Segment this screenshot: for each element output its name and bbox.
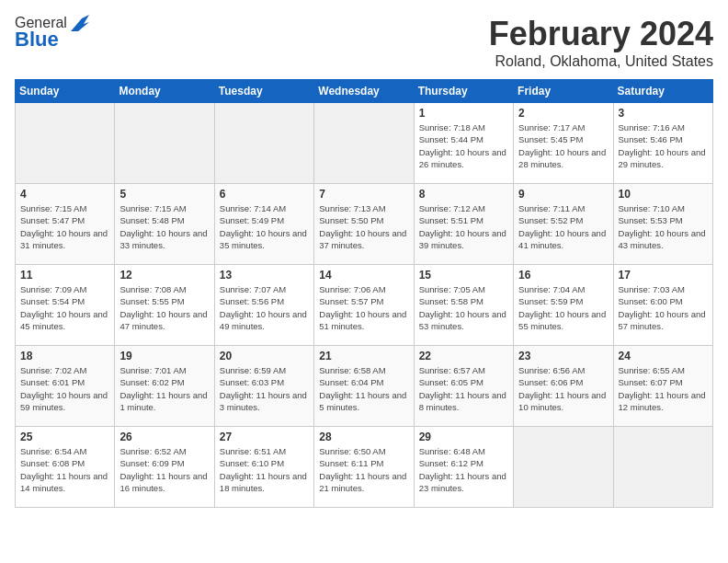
day-number: 27 [220,431,309,443]
day-number: 2 [518,107,608,120]
calendar-cell: 17Sunrise: 7:03 AM Sunset: 6:00 PM Dayli… [613,265,712,346]
day-info: Sunrise: 6:57 AM Sunset: 6:05 PM Dayligh… [419,364,508,413]
logo: General Blue [15,15,89,52]
day-number: 15 [419,269,508,282]
day-info: Sunrise: 7:15 AM Sunset: 5:47 PM Dayligh… [20,202,109,251]
calendar-cell: 9Sunrise: 7:11 AM Sunset: 5:52 PM Daylig… [514,184,613,265]
calendar-header-row: SundayMondayTuesdayWednesdayThursdayFrid… [16,80,713,103]
day-number: 1 [419,107,508,120]
calendar-cell: 16Sunrise: 7:04 AM Sunset: 5:59 PM Dayli… [514,265,613,346]
day-number: 17 [619,269,708,282]
calendar-cell: 26Sunrise: 6:52 AM Sunset: 6:09 PM Dayli… [115,427,214,508]
day-of-week-monday: Monday [115,80,214,103]
day-info: Sunrise: 7:18 AM Sunset: 5:44 PM Dayligh… [419,121,508,170]
week-row-5: 25Sunrise: 6:54 AM Sunset: 6:08 PM Dayli… [16,427,713,508]
day-number: 24 [619,350,708,362]
day-number: 14 [319,269,408,282]
calendar-cell: 8Sunrise: 7:12 AM Sunset: 5:51 PM Daylig… [414,184,513,265]
svg-marker-0 [71,15,89,31]
day-info: Sunrise: 6:52 AM Sunset: 6:09 PM Dayligh… [119,445,209,494]
calendar-cell: 12Sunrise: 7:08 AM Sunset: 5:55 PM Dayli… [115,265,214,346]
day-number: 29 [419,431,508,443]
day-number: 16 [518,269,608,282]
day-info: Sunrise: 6:50 AM Sunset: 6:11 PM Dayligh… [319,445,408,494]
day-info: Sunrise: 7:16 AM Sunset: 5:46 PM Dayligh… [619,121,708,170]
day-number: 11 [20,269,109,282]
day-info: Sunrise: 7:04 AM Sunset: 5:59 PM Dayligh… [518,283,608,332]
day-info: Sunrise: 7:10 AM Sunset: 5:53 PM Dayligh… [619,202,708,251]
day-info: Sunrise: 6:59 AM Sunset: 6:03 PM Dayligh… [220,364,309,413]
calendar-cell: 21Sunrise: 6:58 AM Sunset: 6:04 PM Dayli… [314,346,414,427]
day-info: Sunrise: 7:14 AM Sunset: 5:49 PM Dayligh… [220,202,309,251]
logo-bird-icon [69,15,89,31]
day-info: Sunrise: 7:02 AM Sunset: 6:01 PM Dayligh… [20,364,109,413]
calendar-cell: 13Sunrise: 7:07 AM Sunset: 5:56 PM Dayli… [214,265,313,346]
logo-blue-text: Blue [15,28,59,52]
calendar-cell: 3Sunrise: 7:16 AM Sunset: 5:46 PM Daylig… [613,103,712,184]
day-number: 25 [20,431,109,443]
calendar-cell: 22Sunrise: 6:57 AM Sunset: 6:05 PM Dayli… [414,346,513,427]
day-of-week-thursday: Thursday [414,80,513,103]
calendar-cell [314,103,414,184]
day-info: Sunrise: 7:09 AM Sunset: 5:54 PM Dayligh… [20,283,109,332]
week-row-4: 18Sunrise: 7:02 AM Sunset: 6:01 PM Dayli… [16,346,713,427]
day-info: Sunrise: 7:08 AM Sunset: 5:55 PM Dayligh… [119,283,209,332]
day-info: Sunrise: 7:03 AM Sunset: 6:00 PM Dayligh… [619,283,708,332]
calendar-cell: 2Sunrise: 7:17 AM Sunset: 5:45 PM Daylig… [514,103,613,184]
calendar-cell: 29Sunrise: 6:48 AM Sunset: 6:12 PM Dayli… [414,427,513,508]
day-info: Sunrise: 7:05 AM Sunset: 5:58 PM Dayligh… [419,283,508,332]
calendar-cell: 1Sunrise: 7:18 AM Sunset: 5:44 PM Daylig… [414,103,513,184]
day-number: 21 [319,350,408,362]
day-number: 9 [518,188,608,201]
title-block: February 2024 Roland, Oklahoma, United S… [489,15,713,70]
calendar-cell: 4Sunrise: 7:15 AM Sunset: 5:47 PM Daylig… [16,184,115,265]
calendar-title: February 2024 [489,15,713,53]
day-info: Sunrise: 7:13 AM Sunset: 5:50 PM Dayligh… [319,202,408,251]
day-number: 12 [119,269,209,282]
calendar-cell: 25Sunrise: 6:54 AM Sunset: 6:08 PM Dayli… [16,427,115,508]
day-info: Sunrise: 6:51 AM Sunset: 6:10 PM Dayligh… [220,445,309,494]
day-number: 4 [20,188,109,201]
calendar-cell: 15Sunrise: 7:05 AM Sunset: 5:58 PM Dayli… [414,265,513,346]
calendar-cell [214,103,313,184]
calendar-cell [514,427,613,508]
day-number: 8 [419,188,508,201]
day-of-week-sunday: Sunday [16,80,115,103]
calendar-cell: 20Sunrise: 6:59 AM Sunset: 6:03 PM Dayli… [214,346,313,427]
calendar-subtitle: Roland, Oklahoma, United States [489,53,713,70]
day-number: 5 [119,188,209,201]
day-number: 19 [119,350,209,362]
day-info: Sunrise: 7:07 AM Sunset: 5:56 PM Dayligh… [220,283,309,332]
calendar-cell [613,427,712,508]
calendar-cell: 7Sunrise: 7:13 AM Sunset: 5:50 PM Daylig… [314,184,414,265]
day-number: 22 [419,350,508,362]
week-row-1: 1Sunrise: 7:18 AM Sunset: 5:44 PM Daylig… [16,103,713,184]
calendar-cell: 27Sunrise: 6:51 AM Sunset: 6:10 PM Dayli… [214,427,313,508]
day-info: Sunrise: 6:48 AM Sunset: 6:12 PM Dayligh… [419,445,508,494]
day-number: 7 [319,188,408,201]
calendar-cell [115,103,214,184]
week-row-2: 4Sunrise: 7:15 AM Sunset: 5:47 PM Daylig… [16,184,713,265]
calendar-cell: 23Sunrise: 6:56 AM Sunset: 6:06 PM Dayli… [514,346,613,427]
day-info: Sunrise: 6:55 AM Sunset: 6:07 PM Dayligh… [619,364,708,413]
day-info: Sunrise: 7:01 AM Sunset: 6:02 PM Dayligh… [119,364,209,413]
calendar-table: SundayMondayTuesdayWednesdayThursdayFrid… [15,79,713,508]
day-info: Sunrise: 7:17 AM Sunset: 5:45 PM Dayligh… [518,121,608,170]
day-number: 10 [619,188,708,201]
day-number: 28 [319,431,408,443]
day-number: 23 [518,350,608,362]
calendar-cell: 6Sunrise: 7:14 AM Sunset: 5:49 PM Daylig… [214,184,313,265]
page-header: General Blue February 2024 Roland, Oklah… [15,15,713,70]
day-number: 6 [220,188,309,201]
day-info: Sunrise: 7:12 AM Sunset: 5:51 PM Dayligh… [419,202,508,251]
day-of-week-friday: Friday [514,80,613,103]
calendar-cell: 14Sunrise: 7:06 AM Sunset: 5:57 PM Dayli… [314,265,414,346]
day-of-week-wednesday: Wednesday [314,80,414,103]
day-info: Sunrise: 7:15 AM Sunset: 5:48 PM Dayligh… [119,202,209,251]
day-number: 3 [619,107,708,120]
calendar-cell: 28Sunrise: 6:50 AM Sunset: 6:11 PM Dayli… [314,427,414,508]
calendar-cell: 10Sunrise: 7:10 AM Sunset: 5:53 PM Dayli… [613,184,712,265]
day-info: Sunrise: 6:54 AM Sunset: 6:08 PM Dayligh… [20,445,109,494]
day-info: Sunrise: 6:58 AM Sunset: 6:04 PM Dayligh… [319,364,408,413]
calendar-cell: 11Sunrise: 7:09 AM Sunset: 5:54 PM Dayli… [16,265,115,346]
